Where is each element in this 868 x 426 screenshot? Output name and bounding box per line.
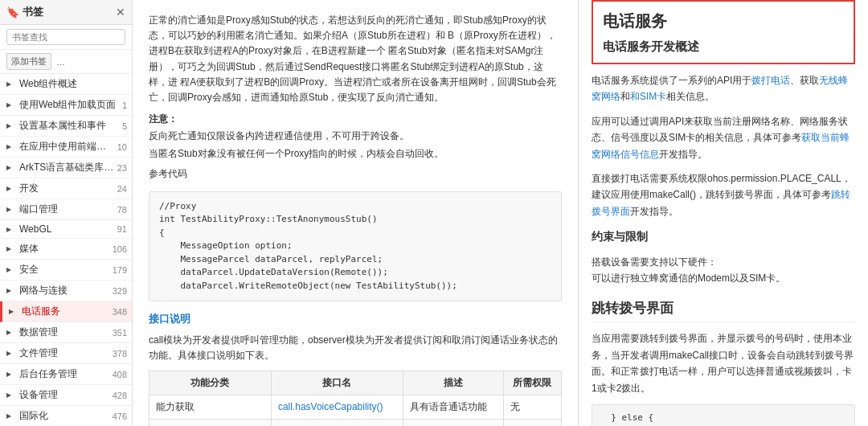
- add-bookmark-button[interactable]: 添加书签: [6, 53, 51, 70]
- sidebar-item-label-arkts-overview: ArkTS语言基础类库概述: [19, 161, 114, 174]
- sidebar-item-icon-telephone: ▶: [9, 308, 18, 315]
- sidebar-item-label-network: 网络与连接: [19, 284, 109, 297]
- note-text2: 当匿名Stub对象没有被任何一个Proxy指向的时候，内核会自动回收。: [149, 146, 562, 162]
- sidebar-item-webgl[interactable]: ▶WebGL91: [0, 220, 132, 239]
- constraint-title: 约束与限制: [592, 227, 855, 245]
- sidebar-item-data-mgmt[interactable]: ▶数据管理351: [0, 322, 132, 343]
- api-intro-label: 接口说明: [149, 311, 562, 328]
- sidebar-search-container: [0, 25, 132, 50]
- sidebar-item-label-dev: 开发: [19, 182, 114, 195]
- note-text: 反向死亡通知仅限设备内跨进程通信使用，不可用于跨设备。: [149, 129, 562, 144]
- sidebar-header: 🔖 书签 ✕: [0, 0, 132, 25]
- content-right: 电话服务 电话服务开发概述 电话服务系统提供了一系列的API用于拨打电话、获取无…: [579, 0, 868, 426]
- sidebar-item-dev[interactable]: ▶开发24: [0, 178, 132, 199]
- right-intro-section: 电话服务系统提供了一系列的API用于拨打电话、获取无线蜂窝网络和和SIM卡相关信…: [592, 72, 855, 105]
- right-hero-subtitle: 电话服务开发概述: [603, 37, 844, 56]
- sidebar-item-label-security: 安全: [19, 263, 109, 276]
- sidebar-item-use-js-page[interactable]: ▶在应用中使用前端页面JavaSc ript10: [0, 137, 132, 158]
- sidebar-item-count-data-mgmt: 351: [113, 328, 127, 338]
- table-cell-api: call.makeCall(): [271, 419, 403, 426]
- api-table: 功能分类 接口名 描述 所需权限 能力获取call.hasVoiceCapabi…: [149, 371, 562, 426]
- intro3-text: 直接拨打电话需要系统权限ohos.permission.PLACE_CALL，建…: [592, 173, 851, 200]
- sidebar-item-icon-basic-components: ▶: [6, 122, 16, 129]
- sidebar-item-label-media: 媒体: [19, 242, 109, 256]
- more-button[interactable]: …: [56, 57, 65, 67]
- sidebar-item-icon-security: ▶: [6, 266, 16, 273]
- sidebar-item-label-web-components: Web组件概述: [19, 77, 124, 91]
- sidebar-item-count-use-js-page: 10: [117, 142, 127, 152]
- table-row: 能力获取call.hasVoiceCapability()具有语音通话功能无: [149, 395, 562, 419]
- table-api-link[interactable]: call.hasVoiceCapability(): [278, 401, 383, 412]
- sidebar-close-button[interactable]: ✕: [116, 6, 125, 18]
- sidebar-item-count-device-mgmt: 428: [113, 391, 127, 400]
- sidebar-item-label-telephone: 电话服务: [22, 305, 109, 318]
- api-intro-text: call模块为开发者提供呼叫管理功能，observer模块为开发者提供订阅和取消…: [149, 333, 562, 363]
- constraint-section: 搭载设备需要支持以下硬件： 可以进行独立蜂窝通信的Modem以及SIM卡。: [592, 254, 855, 287]
- sidebar-search-input[interactable]: [6, 29, 125, 45]
- sidebar-item-label-data-mgmt: 数据管理: [19, 326, 109, 339]
- table-cell-perm: 无: [503, 395, 561, 419]
- sidebar-item-network[interactable]: ▶网络与连接329: [0, 281, 132, 301]
- sidebar-item-label-i18n: 国际化: [19, 409, 109, 423]
- sidebar-list: ▶Web组件概述▶使用Web组件加载页面1▶设置基本属性和事件5▶在应用中使用前…: [0, 74, 132, 426]
- code-block-right: } else { console.log("make call fail, er…: [592, 404, 855, 426]
- sidebar-item-label-basic-components: 设置基本属性和事件: [19, 119, 119, 133]
- sidebar-item-icon-web-components: ▶: [6, 80, 16, 88]
- jump-dial-section: 当应用需要跳转到拨号界面，并显示拨号的号码时，使用本业务，当开发者调用makeC…: [592, 330, 855, 396]
- sidebar-item-label-device-mgmt: 设备管理: [19, 388, 109, 402]
- sidebar-item-label-use-web-components: 使用Web组件加载页面: [19, 98, 119, 112]
- sidebar-item-count-media: 106: [113, 244, 127, 254]
- bookmark-icon: 🔖: [6, 6, 19, 18]
- sidebar-item-port-mgmt[interactable]: ▶端口管理78: [0, 199, 132, 220]
- intro1-link1[interactable]: 拨打电话: [751, 75, 790, 86]
- sidebar-item-label-use-js-page: 在应用中使用前端页面JavaSc ript: [19, 140, 114, 154]
- sidebar-item-label-webgl: WebGL: [19, 223, 114, 235]
- sidebar-item-label-file-mgmt: 文件管理: [19, 346, 109, 360]
- sidebar-item-count-port-mgmt: 78: [117, 205, 127, 215]
- sidebar-item-arkts-overview[interactable]: ▶ArkTS语言基础类库概述23: [0, 158, 132, 178]
- intro2-end: 开发指导。: [659, 149, 707, 160]
- ref-code-label: 参考代码: [149, 166, 562, 182]
- table-header-category: 功能分类: [149, 371, 272, 395]
- sidebar-item-telephone[interactable]: ▶电话服务348: [0, 301, 132, 322]
- right-hero-title: 电话服务: [603, 8, 844, 34]
- intro1-end: 相关信息。: [666, 91, 714, 102]
- stub-intro: 正常的消亡通知是Proxy感知Stub的状态，若想达到反向的死消亡通知，即Stu…: [149, 13, 562, 105]
- sidebar-toolbar: 添加书签 …: [0, 50, 132, 74]
- sidebar-item-media[interactable]: ▶媒体106: [0, 239, 132, 260]
- sidebar-item-web-components[interactable]: ▶Web组件概述: [0, 74, 132, 95]
- sidebar-item-file-mgmt[interactable]: ▶文件管理378: [0, 343, 132, 364]
- right-hero: 电话服务 电话服务开发概述: [592, 0, 855, 64]
- sidebar-item-icon-webgl: ▶: [6, 226, 16, 233]
- table-cell-category: 能力获取: [149, 395, 272, 419]
- sidebar-item-count-basic-components: 5: [122, 121, 127, 131]
- sidebar-item-basic-components[interactable]: ▶设置基本属性和事件5: [0, 116, 132, 137]
- sidebar-item-icon-media: ▶: [6, 245, 16, 252]
- right-intro2-section: 应用可以通过调用API来获取当前注册网络名称、网络服务状态、信号强度以及SIM卡…: [592, 113, 855, 162]
- right-intro3-section: 直接拨打电话需要系统权限ohos.permission.PLACE_CALL，建…: [592, 170, 855, 219]
- table-row: 跳转拨号界面，并显示call.makeCall()无: [149, 419, 562, 426]
- intro1-and: 和: [620, 91, 630, 102]
- sidebar-title: 书签: [23, 5, 43, 19]
- sidebar-item-icon-use-js-page: ▶: [6, 143, 16, 150]
- sidebar-item-security[interactable]: ▶安全179: [0, 260, 132, 281]
- sidebar-item-device-mgmt[interactable]: ▶设备管理428: [0, 385, 132, 406]
- sidebar-item-icon-arkts-overview: ▶: [6, 164, 16, 171]
- sidebar-item-i18n[interactable]: ▶国际化476: [0, 406, 132, 426]
- sidebar-item-count-i18n: 476: [113, 412, 127, 421]
- sidebar-item-icon-network: ▶: [6, 287, 16, 294]
- sidebar-item-use-web-components[interactable]: ▶使用Web组件加载页面1: [0, 95, 132, 116]
- intro3-end: 开发指导。: [630, 206, 678, 217]
- table-cell-desc: 具有语音通话功能: [403, 395, 503, 419]
- sidebar-item-bg-task[interactable]: ▶后台任务管理408: [0, 364, 132, 385]
- sidebar-item-count-file-mgmt: 378: [113, 349, 127, 358]
- sidebar-item-icon-device-mgmt: ▶: [6, 391, 16, 399]
- sidebar-item-icon-port-mgmt: ▶: [6, 206, 16, 213]
- sidebar-title-bar: 🔖 书签: [6, 5, 43, 19]
- sidebar-item-icon-bg-task: ▶: [6, 371, 16, 378]
- sidebar-item-icon-file-mgmt: ▶: [6, 350, 16, 357]
- intro1-link3[interactable]: 和SIM卡: [630, 91, 666, 102]
- sidebar-item-count-webgl: 91: [117, 224, 127, 234]
- sidebar-item-count-dev: 24: [117, 184, 127, 194]
- sidebar-item-icon-dev: ▶: [6, 185, 16, 192]
